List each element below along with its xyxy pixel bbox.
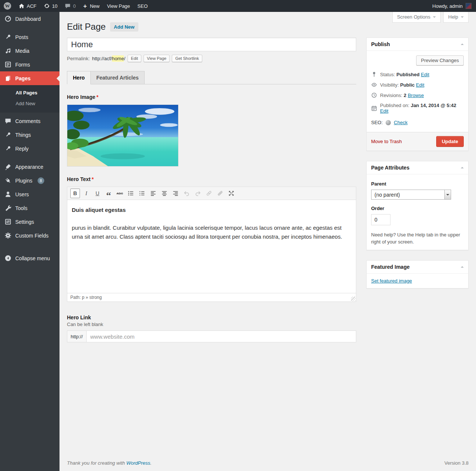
sidebar-item-all-pages[interactable]: All Pages	[0, 87, 60, 98]
editor-content[interactable]: Duis aliquet egestas purus in blandit. C…	[67, 200, 356, 293]
add-new-button[interactable]: Add New	[110, 22, 138, 32]
blockquote-button[interactable]: “	[104, 188, 113, 198]
sidebar-item-comments[interactable]: Comments	[0, 114, 60, 128]
italic-button[interactable]: I	[81, 188, 91, 198]
page-attributes-header[interactable]: Page Attributes	[367, 161, 468, 174]
pushpin-icon	[4, 145, 12, 152]
updates-menu[interactable]: 10	[40, 0, 61, 12]
wysiwyg-editor: B I U “ ABC	[67, 187, 356, 302]
align-left-button[interactable]	[148, 188, 158, 198]
link-button[interactable]	[204, 188, 214, 198]
edit-published-link[interactable]: Edit	[380, 108, 388, 114]
sidebar-item-dashboard[interactable]: Dashboard	[0, 12, 60, 26]
strikethrough-button[interactable]: ABC	[115, 188, 125, 198]
site-name-menu[interactable]: ACF	[15, 0, 40, 12]
pages-icon	[4, 75, 12, 82]
align-right-button[interactable]	[171, 188, 180, 198]
sidebar-item-things[interactable]: Things	[0, 128, 60, 142]
dashboard-icon	[4, 15, 12, 22]
collapse-toggle-icon[interactable]	[461, 165, 464, 168]
redo-button[interactable]	[193, 188, 203, 198]
order-input[interactable]	[371, 214, 390, 225]
edit-visibility-link[interactable]: Edit	[416, 82, 424, 88]
sidebar-item-pages[interactable]: Pages	[0, 71, 60, 85]
wrench-icon	[4, 204, 12, 212]
underline-button[interactable]: U	[93, 188, 102, 198]
publish-box-header[interactable]: Publish	[367, 38, 468, 51]
fullscreen-button[interactable]	[226, 188, 236, 198]
admin-bar: W ACF 10 0 + New View Page SEO Howdy, ad…	[0, 0, 476, 12]
plugins-badge: 8	[38, 177, 44, 184]
avatar[interactable]	[466, 3, 472, 9]
sidebar-item-users[interactable]: Users	[0, 187, 60, 201]
featured-image-box: Featured Image Set featured image	[366, 260, 469, 288]
update-button[interactable]: Update	[436, 136, 464, 147]
editor-statusbar: Path: p » strong	[67, 293, 356, 301]
move-to-trash-link[interactable]: Move to Trash	[371, 139, 402, 144]
edit-status-link[interactable]: Edit	[421, 72, 429, 77]
seo-status-ball-icon	[386, 120, 391, 125]
sidebar-item-settings[interactable]: Settings	[0, 215, 60, 229]
new-content-menu[interactable]: + New	[80, 0, 103, 12]
hero-text-field: Hero Text* B I U “ ABC	[67, 176, 356, 302]
home-icon	[19, 3, 25, 9]
sidebar-item-appearance[interactable]: Appearance	[0, 160, 60, 174]
seo-check-link[interactable]: Check	[394, 120, 408, 125]
my-account-menu[interactable]: Howdy, admin	[432, 0, 463, 12]
parent-label: Parent	[371, 181, 464, 187]
comments-icon	[4, 117, 12, 125]
hero-image-preview[interactable]	[67, 104, 178, 167]
hero-image-field: Hero Image*	[67, 94, 356, 167]
wordpress-logo-icon: W	[4, 2, 11, 10]
view-page-button[interactable]: View Page	[144, 55, 170, 62]
settings-icon	[4, 218, 12, 225]
wordpress-link[interactable]: WordPress	[126, 460, 150, 466]
tab-hero[interactable]: Hero	[67, 71, 91, 84]
edit-slug-button[interactable]: Edit	[128, 55, 141, 62]
sidebar-item-add-new[interactable]: Add New	[0, 98, 60, 109]
hero-image-label: Hero Image*	[67, 94, 356, 100]
undo-button[interactable]	[182, 188, 192, 198]
preview-changes-button[interactable]: Preview Changes	[416, 55, 464, 65]
collapse-menu-button[interactable]: Collapse menu	[0, 251, 60, 265]
collapse-toggle-icon[interactable]	[461, 42, 464, 45]
sidebar-item-custom-fields[interactable]: Custom Fields	[0, 229, 60, 242]
admin-menu: Dashboard Posts Media Forms Pages All Pa…	[0, 12, 60, 471]
sidebar-item-media[interactable]: Media	[0, 44, 60, 58]
revisions-row: Revisions: 2 Browse	[371, 90, 464, 100]
visibility-row: Visibility: Public Edit	[371, 80, 464, 90]
editor-heading: Duis aliquet egestas	[72, 206, 351, 214]
bullet-list-button[interactable]	[126, 188, 136, 198]
revisions-clock-icon	[371, 92, 377, 98]
sidebar-item-posts[interactable]: Posts	[0, 30, 60, 44]
screen-options-tab[interactable]: Screen Options	[392, 12, 441, 23]
seo-menu[interactable]: SEO	[134, 0, 151, 12]
hero-link-label: Hero Link	[67, 314, 356, 320]
post-title-input[interactable]	[67, 38, 356, 51]
sidebar-item-reply[interactable]: Reply	[0, 142, 60, 155]
collapse-toggle-icon[interactable]	[461, 265, 464, 268]
publish-box: Publish Preview Changes Status: Publishe…	[366, 38, 469, 151]
featured-image-header[interactable]: Featured Image	[367, 261, 468, 274]
sidebar-item-forms[interactable]: Forms	[0, 58, 60, 71]
bold-button[interactable]: B	[70, 188, 80, 198]
editor-path: Path: p » strong	[70, 295, 102, 300]
media-icon	[4, 47, 12, 54]
unlink-button[interactable]	[215, 188, 225, 198]
numbered-list-button[interactable]	[137, 188, 147, 198]
view-page-menu[interactable]: View Page	[103, 0, 134, 12]
seo-row: SEO: Check	[371, 116, 464, 128]
set-featured-image-link[interactable]: Set featured image	[371, 278, 412, 284]
help-tab[interactable]: Help	[443, 12, 469, 23]
sidebar-item-tools[interactable]: Tools	[0, 201, 60, 215]
wordpress-logo-menu[interactable]: W	[0, 0, 15, 12]
align-center-button[interactable]	[160, 188, 169, 198]
pages-submenu: All Pages Add New	[0, 85, 60, 113]
get-shortlink-button[interactable]: Get Shortlink	[172, 55, 202, 62]
sidebar-item-plugins[interactable]: Plugins 8	[0, 174, 60, 187]
hero-link-input[interactable]	[87, 331, 356, 342]
parent-select[interactable]: (no parent)	[371, 190, 451, 200]
tab-featured-articles[interactable]: Featured Articles	[91, 71, 145, 84]
comments-menu[interactable]: 0	[61, 0, 79, 12]
browse-revisions-link[interactable]: Browse	[408, 93, 424, 98]
